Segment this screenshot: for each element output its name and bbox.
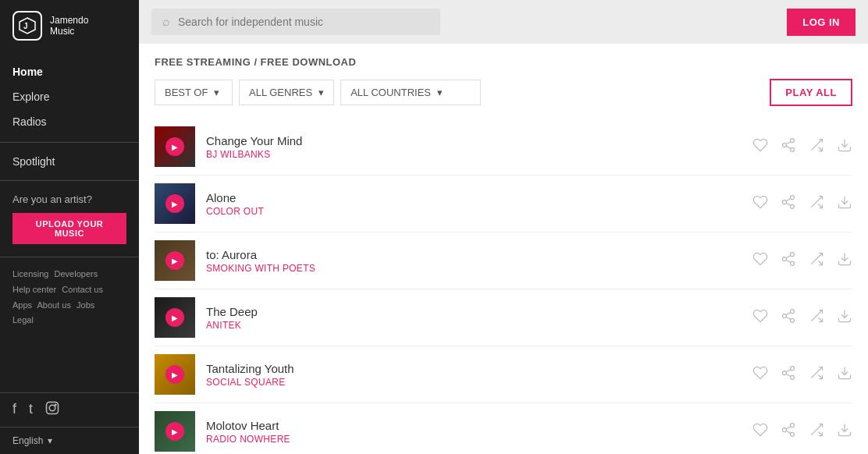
share-icon[interactable] <box>781 137 796 157</box>
svg-point-3 <box>49 405 55 411</box>
shuffle-icon[interactable] <box>809 251 824 271</box>
track-info: Change Your Mind BJ WILBANKS <box>206 134 742 160</box>
chevron-down-icon: ▾ <box>318 87 324 98</box>
shuffle-icon[interactable] <box>809 422 824 442</box>
nav-explore[interactable]: Explore <box>0 84 139 109</box>
shuffle-icon[interactable] <box>809 308 824 328</box>
share-icon[interactable] <box>781 422 796 442</box>
download-icon[interactable] <box>837 365 852 385</box>
track-artist[interactable]: COLOR OUT <box>206 206 742 217</box>
shuffle-icon[interactable] <box>809 194 824 214</box>
track-artist[interactable]: SOCIAL SQUARE <box>206 377 742 388</box>
track-actions <box>752 251 852 271</box>
svg-point-47 <box>791 432 795 436</box>
svg-point-5 <box>791 138 795 142</box>
footer-apps[interactable]: Apps <box>12 300 32 310</box>
best-of-filter[interactable]: BEST OF ▾ <box>155 80 233 105</box>
filters-bar: BEST OF ▾ ALL GENRES ▾ ALL COUNTRIES ▾ P… <box>155 79 852 106</box>
search-icon: ⌕ <box>162 15 170 29</box>
track-artist[interactable]: BJ WILBANKS <box>206 149 742 160</box>
play-button[interactable]: ▶ <box>165 365 184 384</box>
svg-line-17 <box>786 198 791 200</box>
play-button[interactable]: ▶ <box>165 194 184 213</box>
like-icon[interactable] <box>752 194 768 214</box>
logo-subtitle: Music <box>50 26 88 37</box>
login-button[interactable]: LOG IN <box>787 9 856 36</box>
svg-point-38 <box>783 371 787 374</box>
svg-rect-2 <box>47 403 59 414</box>
content-area: FREE STREAMING / FREE DOWNLOAD BEST OF ▾… <box>139 44 868 454</box>
footer-legal[interactable]: Legal <box>12 315 34 325</box>
nav-radios[interactable]: Radios <box>0 109 139 134</box>
logo-name: Jamendo <box>50 15 88 26</box>
svg-line-8 <box>786 146 791 148</box>
svg-point-29 <box>791 309 795 313</box>
shuffle-icon[interactable] <box>809 137 824 157</box>
svg-point-31 <box>791 318 795 322</box>
language-selector[interactable]: English ▾ <box>0 427 139 454</box>
svg-line-35 <box>819 317 823 321</box>
nav-home[interactable]: Home <box>0 59 139 84</box>
header: ⌕ LOG IN <box>139 0 868 44</box>
svg-point-4 <box>55 404 56 406</box>
artist-question: Are you an artist? <box>12 193 126 205</box>
play-button[interactable]: ▶ <box>165 308 184 327</box>
twitter-icon[interactable]: t <box>29 401 33 419</box>
like-icon[interactable] <box>752 251 768 271</box>
track-artist[interactable]: RADIO NOWHERE <box>206 434 742 445</box>
footer-developers[interactable]: Developers <box>55 269 98 278</box>
svg-line-33 <box>786 312 791 314</box>
share-icon[interactable] <box>781 251 796 271</box>
track-info: Molotov Heart RADIO NOWHERE <box>206 419 742 445</box>
track-row: ▶ Tantalizing Youth SOCIAL SQUARE <box>155 346 852 403</box>
search-input[interactable] <box>178 16 429 28</box>
instagram-icon[interactable] <box>45 401 59 419</box>
svg-line-9 <box>786 141 791 144</box>
play-button[interactable]: ▶ <box>165 422 184 441</box>
like-icon[interactable] <box>752 365 768 385</box>
like-icon[interactable] <box>752 137 768 157</box>
footer-help[interactable]: Help center <box>12 285 56 294</box>
footer-jobs[interactable]: Jobs <box>76 300 94 310</box>
svg-point-22 <box>783 257 787 261</box>
countries-filter[interactable]: ALL COUNTRIES ▾ <box>340 80 481 105</box>
share-icon[interactable] <box>781 308 796 328</box>
download-icon[interactable] <box>837 422 852 442</box>
svg-point-6 <box>783 143 787 147</box>
svg-line-41 <box>786 369 791 371</box>
nav-spotlight[interactable]: Spotlight <box>0 149 139 174</box>
share-icon[interactable] <box>781 365 796 385</box>
facebook-icon[interactable]: f <box>12 401 16 419</box>
like-icon[interactable] <box>752 422 768 442</box>
upload-music-button[interactable]: UPLOAD YOUR MUSIC <box>12 213 126 244</box>
footer-about[interactable]: About us <box>37 300 71 310</box>
sidebar: J Jamendo Music Home Explore Radios Spot… <box>0 0 139 454</box>
play-button[interactable]: ▶ <box>165 251 184 270</box>
download-icon[interactable] <box>837 308 852 328</box>
genres-filter[interactable]: ALL GENRES ▾ <box>239 80 334 105</box>
track-title: Tantalizing Youth <box>206 362 742 375</box>
svg-point-37 <box>791 366 795 370</box>
svg-line-24 <box>786 260 791 262</box>
track-artist[interactable]: ANITEK <box>206 320 742 331</box>
spotlight-section: Spotlight <box>0 143 139 181</box>
track-thumb: ▶ <box>155 354 195 395</box>
footer-contact[interactable]: Contact us <box>62 285 103 294</box>
svg-line-11 <box>819 147 823 151</box>
track-actions <box>752 422 852 442</box>
like-icon[interactable] <box>752 308 768 328</box>
svg-point-13 <box>791 195 795 199</box>
svg-point-23 <box>791 261 795 265</box>
footer-licensing[interactable]: Licensing <box>12 269 48 278</box>
download-icon[interactable] <box>837 251 852 271</box>
download-icon[interactable] <box>837 194 852 214</box>
shuffle-icon[interactable] <box>809 365 824 385</box>
svg-point-7 <box>791 147 795 151</box>
play-button[interactable]: ▶ <box>165 137 184 156</box>
share-icon[interactable] <box>781 194 796 214</box>
play-all-button[interactable]: PLAY ALL <box>770 79 852 106</box>
track-artist[interactable]: SMOKING WITH POETS <box>206 263 742 274</box>
download-icon[interactable] <box>837 137 852 157</box>
svg-point-45 <box>791 423 795 427</box>
main-nav: Home Explore Radios <box>0 51 139 143</box>
